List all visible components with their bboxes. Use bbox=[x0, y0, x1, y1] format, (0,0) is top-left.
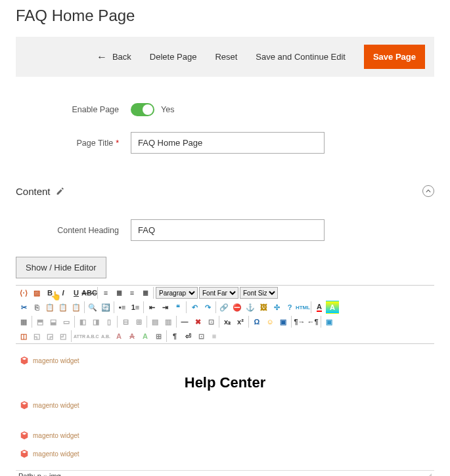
underline-icon[interactable]: U bbox=[70, 286, 83, 299]
ltr-icon[interactable]: ¶→ bbox=[293, 315, 306, 328]
number-list-icon[interactable]: 1≡ bbox=[129, 301, 142, 314]
page-title-input[interactable] bbox=[131, 132, 325, 154]
align-right-icon[interactable]: ≡ bbox=[125, 286, 139, 299]
cite-icon[interactable]: A.B.C bbox=[86, 330, 99, 343]
undo-icon[interactable]: ↶ bbox=[188, 301, 201, 314]
editor-body[interactable]: magento widget Help Center magento widge… bbox=[16, 344, 434, 470]
replace-icon[interactable]: 🔄 bbox=[99, 301, 112, 314]
delete-row-icon[interactable]: ▭ bbox=[60, 315, 73, 328]
widget-placeholder[interactable]: magento widget bbox=[20, 449, 430, 458]
bold-icon[interactable]: B bbox=[43, 286, 56, 299]
widget-placeholder[interactable]: magento widget bbox=[20, 356, 430, 365]
split-cells-icon[interactable]: ⊟ bbox=[119, 315, 132, 328]
content-section-header[interactable]: Content bbox=[16, 183, 434, 200]
widget-insert-icon[interactable]: ⟨·⟩ bbox=[17, 286, 30, 299]
delete-col-icon[interactable]: ▯ bbox=[102, 315, 116, 328]
indent-icon[interactable]: ⇥ bbox=[158, 301, 171, 314]
delete-page-button[interactable]: Delete Page bbox=[150, 52, 197, 62]
charmap-icon[interactable]: Ω bbox=[250, 315, 263, 328]
style-props-icon[interactable]: ATTR bbox=[73, 330, 86, 343]
pagebreak-icon[interactable]: ≡ bbox=[208, 330, 221, 343]
layer-absolute-icon[interactable]: ◰ bbox=[56, 330, 70, 343]
col-before-icon[interactable]: ◧ bbox=[76, 315, 89, 328]
content-heading-input[interactable] bbox=[131, 219, 325, 241]
insert-image-icon[interactable]: ▨ bbox=[30, 286, 43, 299]
backcolor-icon[interactable]: A bbox=[326, 301, 339, 314]
chevron-up-icon[interactable] bbox=[422, 185, 434, 197]
path-img[interactable]: img bbox=[49, 472, 61, 476]
align-justify-icon[interactable]: ≣ bbox=[139, 286, 152, 299]
col-after-icon[interactable]: ◨ bbox=[89, 315, 102, 328]
table-icon[interactable]: ▦ bbox=[17, 315, 30, 328]
outdent-icon[interactable]: ⇤ bbox=[145, 301, 158, 314]
layer-forward-icon[interactable]: ◱ bbox=[30, 330, 43, 343]
cleanup-icon[interactable]: ✣ bbox=[270, 301, 283, 314]
media-icon[interactable]: ▣ bbox=[277, 315, 290, 328]
wysiwyg-editor: ⟨·⟩ ▨ 👆 B I U ABC ≡ ≣ ≡ ≣ Paragraph Font… bbox=[16, 285, 434, 476]
template-icon[interactable]: ⊡ bbox=[194, 330, 208, 343]
paste-text-icon[interactable]: 📋 bbox=[56, 301, 70, 314]
anchor-icon[interactable]: ⚓ bbox=[244, 301, 257, 314]
save-page-button[interactable]: Save Page bbox=[364, 45, 425, 69]
del-icon[interactable]: A bbox=[125, 330, 139, 343]
row-before-icon[interactable]: ⬒ bbox=[34, 315, 47, 328]
enable-page-toggle[interactable] bbox=[131, 103, 154, 116]
superscript-icon[interactable]: x² bbox=[234, 315, 247, 328]
unlink-icon[interactable]: ⛔ bbox=[231, 301, 244, 314]
row-props-icon[interactable]: ▤ bbox=[148, 315, 162, 328]
align-center-icon[interactable]: ≣ bbox=[112, 286, 125, 299]
cell-props-icon[interactable]: ▥ bbox=[162, 315, 175, 328]
align-left-icon[interactable]: ≡ bbox=[99, 286, 112, 299]
remove-format-icon[interactable]: ✖ bbox=[191, 315, 204, 328]
redo-icon[interactable]: ↷ bbox=[201, 301, 214, 314]
paste-icon[interactable]: 📋 bbox=[43, 301, 56, 314]
widget-placeholder[interactable]: magento widget bbox=[20, 400, 430, 410]
widget-text: magento widget bbox=[33, 357, 79, 364]
back-label: Back bbox=[112, 52, 131, 62]
emoticons-icon[interactable]: ☺ bbox=[263, 315, 277, 328]
hr-icon[interactable]: — bbox=[178, 315, 191, 328]
toolbar-row-2: ✂ ⎘ 📋 📋 📋 🔍 🔄 •≡ 1≡ ⇤ ⇥ ❝ ↶ ↷ 🔗 bbox=[16, 300, 434, 314]
fullscreen-icon[interactable]: ▣ bbox=[323, 315, 336, 328]
strikethrough-icon[interactable]: ABC bbox=[83, 286, 96, 299]
visual-aid-icon[interactable]: ⊡ bbox=[204, 315, 217, 328]
layer-icon[interactable]: ◫ bbox=[17, 330, 30, 343]
merge-cells-icon[interactable]: ⊞ bbox=[132, 315, 145, 328]
row-after-icon[interactable]: ⬓ bbox=[47, 315, 60, 328]
find-icon[interactable]: 🔍 bbox=[86, 301, 99, 314]
format-select[interactable]: Paragraph bbox=[156, 287, 198, 299]
font-family-select[interactable]: Font Family bbox=[199, 287, 238, 299]
ins-icon[interactable]: A bbox=[139, 330, 152, 343]
path-p[interactable]: p bbox=[37, 472, 41, 476]
rtl-icon[interactable]: ←¶ bbox=[306, 315, 319, 328]
show-hide-editor-button[interactable]: Show / Hide Editor bbox=[16, 257, 106, 278]
paste-word-icon[interactable]: 📋 bbox=[70, 301, 83, 314]
acronym-icon[interactable]: A bbox=[112, 330, 125, 343]
resize-handle[interactable] bbox=[425, 473, 432, 476]
bullet-list-icon[interactable]: •≡ bbox=[116, 301, 129, 314]
help-icon[interactable]: ? bbox=[283, 301, 296, 314]
visualchars-icon[interactable]: ¶ bbox=[168, 330, 181, 343]
cut-icon[interactable]: ✂ bbox=[17, 301, 30, 314]
magento-widget-icon bbox=[20, 431, 29, 440]
font-size-select[interactable]: Font Size bbox=[240, 287, 278, 299]
nonbreaking-icon[interactable]: ⏎ bbox=[181, 330, 194, 343]
layer-backward-icon[interactable]: ◲ bbox=[43, 330, 56, 343]
abbr-icon[interactable]: A.B. bbox=[99, 330, 112, 343]
blockquote-icon[interactable]: ❝ bbox=[171, 301, 185, 314]
widget-placeholder[interactable]: magento widget bbox=[20, 431, 430, 440]
save-continue-button[interactable]: Save and Continue Edit bbox=[256, 52, 346, 62]
code-icon[interactable]: HTML bbox=[296, 301, 309, 314]
back-button[interactable]: ← Back bbox=[97, 51, 131, 63]
reset-button[interactable]: Reset bbox=[215, 52, 237, 62]
pencil-icon bbox=[56, 187, 64, 196]
forecolor-icon[interactable]: A bbox=[313, 301, 326, 314]
image-icon[interactable]: 🖼 bbox=[257, 301, 270, 314]
enable-page-label: Enable Page bbox=[16, 105, 131, 114]
link-icon[interactable]: 🔗 bbox=[217, 301, 231, 314]
copy-icon[interactable]: ⎘ bbox=[30, 301, 43, 314]
attribs-icon[interactable]: ⊞ bbox=[152, 330, 165, 343]
arrow-left-icon: ← bbox=[97, 51, 107, 63]
italic-icon[interactable]: I bbox=[56, 286, 70, 299]
subscript-icon[interactable]: x₂ bbox=[221, 315, 234, 328]
